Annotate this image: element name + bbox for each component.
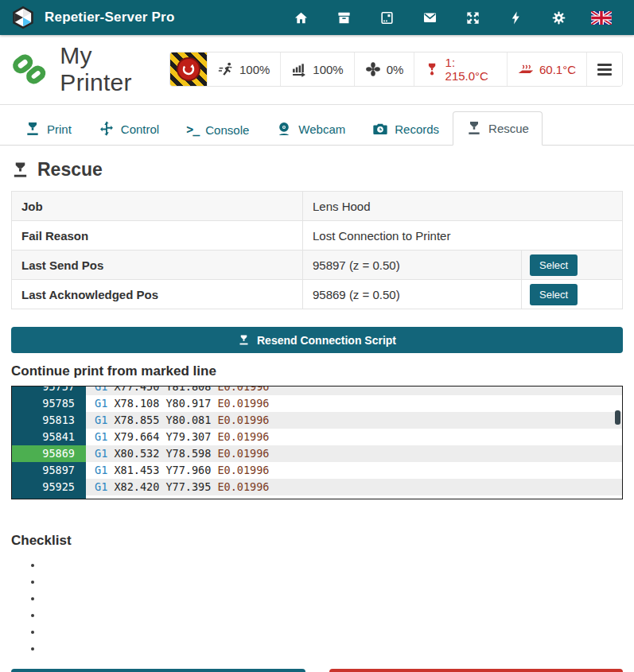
fan-badge[interactable]: 0%: [354, 52, 414, 86]
move-arrows-icon: [99, 121, 115, 137]
row-value: Lost Connection to Printer: [303, 223, 521, 249]
tab-label: Console: [205, 123, 249, 137]
resend-button-label: Resend Connection Script: [257, 334, 396, 347]
printer-menu-button[interactable]: [586, 52, 622, 86]
checklist-item: [43, 623, 623, 640]
emergency-stop-button[interactable]: [170, 52, 207, 86]
gcode-line[interactable]: 95925 G1 X82.420 Y77.395 E0.01996: [12, 479, 622, 495]
gcode-scrollbar-thumb[interactable]: [615, 410, 620, 425]
extruder-icon: [425, 61, 439, 77]
power-icon[interactable]: [494, 10, 537, 25]
row-action-cell: Select: [521, 280, 622, 309]
row-value: Lens Hood: [303, 193, 521, 219]
gcode-line[interactable]: 95897 G1 X81.453 Y77.960 E0.01996: [12, 462, 622, 479]
speed-badge[interactable]: 100%: [207, 52, 280, 86]
select-button[interactable]: Select: [530, 254, 578, 276]
continue-heading: Continue print from marked line: [11, 363, 623, 379]
tab-print[interactable]: Print: [11, 112, 85, 146]
hamburger-menu-icon: [597, 64, 612, 76]
line-number: 95897: [12, 462, 86, 479]
tab-label: Rescue: [488, 122, 529, 135]
home-icon[interactable]: [279, 10, 322, 25]
gcode-text: G1 X82.420 Y77.395 E0.01996: [86, 479, 622, 495]
tab-records[interactable]: Records: [359, 112, 453, 146]
repetier-server-page: Repetier-Server Pro: [0, 0, 634, 672]
language-flag-icon[interactable]: [580, 11, 623, 25]
printer-status-bar: 100% 100%: [169, 52, 623, 87]
fan-value: 0%: [387, 63, 404, 76]
gcode-text: G1 X83.433 Y76.886 E0.01996: [86, 495, 622, 499]
tab-control[interactable]: Control: [85, 112, 173, 146]
rescue-nozzle-icon: [466, 120, 482, 136]
row-action-cell: [521, 192, 622, 220]
flow-badge[interactable]: 100%: [280, 52, 353, 86]
gcode-line[interactable]: 95841 G1 X79.664 Y79.307 E0.01996: [12, 429, 622, 445]
gcode-line[interactable]: 95757 G1 X77.450 Y81.808 E0.01996: [12, 386, 622, 395]
gcode-line[interactable]: 95813 G1 X78.855 Y80.081 E0.01996: [12, 412, 622, 429]
line-number: 95953: [12, 495, 86, 499]
gcode-text: G1 X81.453 Y77.960 E0.01996: [86, 462, 622, 479]
speed-runner-icon: [218, 61, 234, 77]
webcam-icon: [276, 121, 292, 137]
row-action-cell: Select: [521, 251, 622, 279]
hazard-stripes: [170, 52, 207, 86]
app-title: Repetier-Server Pro: [45, 10, 174, 25]
connection-link-icon: [11, 52, 47, 86]
row-label: Last Send Pos: [12, 251, 303, 279]
checklist-item: [43, 590, 623, 607]
table-row: Last Acknowledged Pos 95869 (z = 0.50) S…: [12, 280, 622, 309]
checklist-item: [43, 607, 623, 623]
settings-icon[interactable]: [537, 10, 580, 25]
checklist-item: [43, 557, 623, 573]
tab-bar: Print Control >_ Console Webcam Records …: [0, 105, 634, 146]
heated-bed-icon: [518, 61, 534, 77]
row-action-cell: [521, 221, 622, 250]
row-label: Fail Reason: [12, 221, 303, 250]
rescue-heading-icon: [11, 161, 29, 179]
checklist: [43, 557, 623, 657]
expand-icon[interactable]: [451, 10, 494, 25]
fan-icon: [365, 61, 381, 77]
bottom-actions: Continue Print Cancel Print: [11, 669, 623, 672]
extruder-temp-badge[interactable]: 1: 215.0°C: [414, 52, 507, 86]
cancel-print-button[interactable]: Cancel Print: [329, 669, 624, 672]
archive-icon[interactable]: [322, 10, 365, 25]
select-button[interactable]: Select: [530, 284, 578, 305]
checklist-item: [43, 573, 623, 590]
gcode-line[interactable]: 95785 G1 X78.108 Y80.917 E0.01996: [12, 395, 622, 412]
gcode-viewer: 95757 G1 X77.450 Y81.808 E0.01996 95785 …: [11, 386, 623, 499]
tab-rescue[interactable]: Rescue: [453, 111, 543, 146]
speed-value: 100%: [239, 63, 270, 76]
line-number: 95813: [12, 412, 86, 429]
checklist-heading: Checklist: [11, 533, 623, 549]
table-row: Last Send Pos 95897 (z = 0.50) Select: [12, 251, 622, 280]
tab-label: Control: [121, 122, 159, 136]
tab-console[interactable]: >_ Console: [173, 114, 263, 146]
mail-icon[interactable]: [408, 10, 451, 25]
console-prompt-icon: >_: [186, 122, 199, 137]
line-number: 95869: [12, 445, 86, 462]
gcode-text: G1 X78.855 Y80.081 E0.01996: [86, 412, 622, 429]
rescue-heading: Rescue: [11, 159, 623, 181]
bed-temp-badge[interactable]: 60.1°C: [507, 52, 586, 86]
gcode-line[interactable]: 95953 G1 X83.433 Y76.886 E0.01996: [12, 495, 622, 499]
table-row: Fail Reason Lost Connection to Printer: [12, 221, 622, 251]
tab-webcam[interactable]: Webcam: [263, 112, 359, 146]
gcode-text: G1 X77.450 Y81.808 E0.01996: [86, 386, 622, 395]
line-number: 95785: [12, 395, 86, 412]
continue-print-button[interactable]: Continue Print: [11, 669, 305, 672]
gcode-line[interactable]: 95869 G1 X80.532 Y78.598 E0.01996: [12, 445, 622, 462]
topbar-menu: [279, 10, 623, 25]
tab-label: Print: [47, 122, 72, 136]
row-label: Last Acknowledged Pos: [12, 280, 303, 309]
rescue-heading-text: Rescue: [37, 159, 103, 181]
resend-connection-script-button[interactable]: Resend Connection Script: [11, 327, 623, 353]
printers-icon[interactable]: [365, 10, 408, 25]
topbar: Repetier-Server Pro: [0, 0, 634, 35]
emergency-stop-icon: [177, 57, 200, 81]
printer-name: My Printer: [60, 42, 169, 96]
row-label: Job: [12, 192, 303, 220]
line-number: 95757: [12, 386, 86, 395]
tab-label: Webcam: [298, 122, 345, 136]
flow-value: 100%: [313, 63, 343, 76]
